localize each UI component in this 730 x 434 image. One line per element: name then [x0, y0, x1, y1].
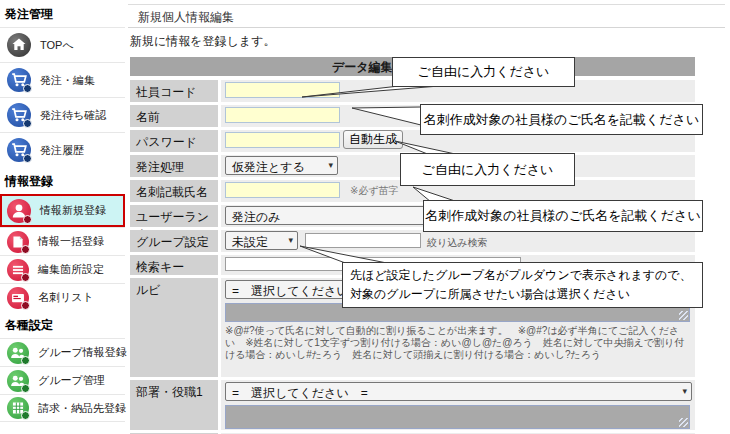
sidebar-item-label: TOPへ [40, 38, 74, 53]
sidebar-item-label: 名刺リスト [38, 290, 94, 305]
sidebar-item-label: 情報一括登録 [38, 234, 104, 249]
sidebar-item-label: 編集箇所設定 [38, 262, 104, 277]
user-rank-select[interactable]: 発注のみ ▾ [225, 206, 441, 225]
callout-card-name-1: 名刺作成対象の社員様のご氏名を記載ください [420, 104, 703, 135]
sidebar: 発注管理 TOPへ 発注・編集 発注待ち確認 発注履歴 情報登録 情報新規登録 … [0, 0, 125, 434]
edit-section-icon [7, 259, 29, 281]
callout-card-name-2: 名刺作成対象の社員様のご氏名を記載ください [423, 200, 703, 232]
chevron-down-icon: ▾ [682, 386, 687, 396]
sidebar-item-info-new[interactable]: 情報新規登録 [0, 194, 125, 227]
title-divider [128, 27, 725, 28]
employee-code-input[interactable] [225, 82, 340, 98]
group-setting-select[interactable]: 未設定 ▾ [225, 231, 298, 250]
table-row: グループ設定 未設定 ▾ 絞り込み検索 [130, 230, 695, 252]
group-setting-value: 未設定 [232, 235, 268, 249]
employee-code-label: 社員コード [130, 80, 218, 102]
user-rank-value: 発注のみ [232, 210, 281, 224]
table-row: 部署・役職1 = 選択してください = ▾ [130, 380, 695, 430]
cart-pending-icon [7, 103, 31, 127]
search-key-label: 検索キー [130, 255, 218, 275]
sidebar-item-label: 請求・納品先登録 [38, 401, 126, 416]
chevron-down-icon: ▾ [328, 160, 333, 170]
card-list-icon [7, 287, 29, 309]
bulk-register-icon [7, 231, 29, 253]
sidebar-item-label: 発注履歴 [40, 143, 84, 158]
auto-generate-button[interactable]: 自動生成 [343, 130, 403, 149]
sidebar-section-info: 情報登録 [0, 167, 125, 194]
sidebar-item-label: 発注待ち確認 [40, 108, 106, 123]
sidebar-item-group-manage[interactable]: グループ管理 [0, 366, 125, 394]
group-filter-label: 絞り込み検索 [427, 236, 487, 250]
ruby-select-value: = 選択してください [232, 284, 349, 298]
sidebar-item-order-edit[interactable]: 発注・編集 [0, 62, 125, 97]
sidebar-item-label: 情報新規登録 [40, 203, 106, 218]
sidebar-section-settings: 各種設定 [0, 311, 125, 338]
sidebar-item-label: グループ管理 [38, 373, 105, 388]
password-label: パスワード [130, 130, 218, 152]
chevron-down-icon: ▾ [288, 235, 293, 245]
sidebar-item-top[interactable]: TOPへ [0, 27, 125, 62]
sidebar-item-billing[interactable]: 請求・納品先登録 [0, 394, 125, 422]
name-input[interactable] [225, 107, 340, 123]
department1-select[interactable]: = 選択してください = ▾ [225, 382, 692, 401]
billing-icon [7, 397, 29, 419]
top-divider [128, 4, 725, 5]
ruby-note: ※@#?使って氏名に対して自動的に割り振ることが出来ます。 ※@#?は必ず半角に… [225, 325, 687, 361]
group-setting-label: グループ設定 [130, 230, 218, 252]
person-add-icon [7, 199, 31, 223]
card-name-input[interactable] [225, 182, 340, 198]
card-name-label: 名刺記載氏名 [130, 180, 218, 202]
cart-edit-icon [7, 68, 31, 92]
page-description: 新規に情報を登録します。 [130, 33, 275, 50]
sidebar-item-card-list[interactable]: 名刺リスト [0, 283, 125, 311]
sidebar-item-info-bulk[interactable]: 情報一括登録 [0, 227, 125, 255]
ruby-label: ルビ [130, 278, 218, 377]
sidebar-section-order: 発注管理 [0, 0, 125, 27]
sidebar-item-group-register[interactable]: グループ情報登録 [0, 338, 125, 366]
user-rank-label: ユーザーランク [130, 205, 218, 227]
order-process-label: 発注処理 [130, 155, 218, 177]
name-label: 名前 [130, 105, 218, 127]
home-icon [7, 33, 31, 57]
sidebar-item-edit-section[interactable]: 編集箇所設定 [0, 255, 125, 283]
callout-group-pulldown: 先ほど設定したグループ名がプルダウンで表示されますので、対象のグループに所属させ… [342, 262, 703, 308]
callout-free-input-1: ご自由に入力ください [392, 57, 575, 87]
sidebar-item-label: 発注・編集 [40, 73, 95, 88]
page-title: 新規個人情報編集 [138, 9, 234, 26]
sidebar-item-order-pending[interactable]: 発注待ち確認 [0, 97, 125, 132]
order-process-select[interactable]: 仮発注とする ▾ [225, 156, 338, 175]
order-process-value: 仮発注とする [232, 160, 305, 174]
cart-history-icon [7, 138, 31, 162]
callout-free-input-2: ご自由に入力ください [400, 153, 575, 186]
group-manage-icon [7, 370, 29, 392]
department1-select-value: = 選択してください = [232, 386, 368, 400]
department1-textarea[interactable] [225, 405, 690, 429]
card-name-note: ※必ず苗字 [350, 184, 399, 198]
group-register-icon [7, 342, 29, 364]
sidebar-item-label: グループ情報登録 [38, 345, 127, 360]
sidebar-item-order-history[interactable]: 発注履歴 [0, 132, 125, 167]
department1-label: 部署・役職1 [130, 380, 218, 430]
password-input[interactable] [225, 132, 340, 148]
group-filter-input[interactable] [305, 233, 421, 248]
